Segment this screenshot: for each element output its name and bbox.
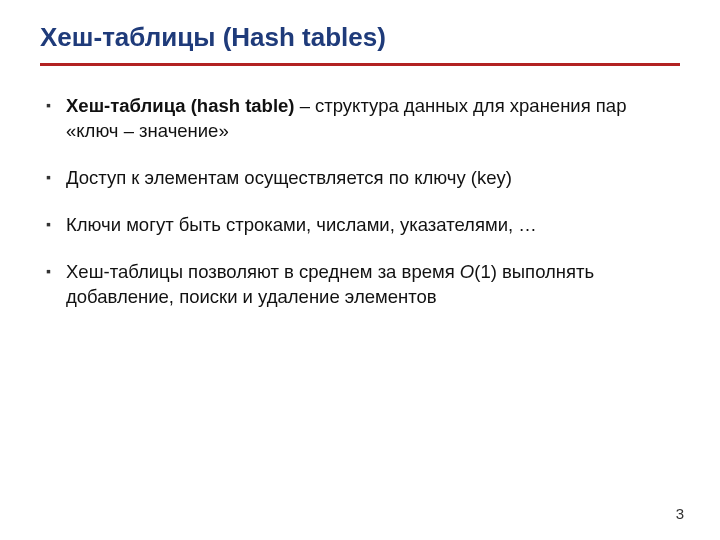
bullet-text: Доступ к элементам осуществляется по клю…: [66, 167, 512, 188]
bullet-italic: O: [460, 261, 474, 282]
page-number: 3: [676, 505, 684, 522]
list-item: Ключи могут быть строками, числами, указ…: [46, 213, 680, 238]
list-item: Хеш-таблицы позволяют в среднем за время…: [46, 260, 680, 310]
bullet-list: Хеш-таблица (hash table) – структура дан…: [40, 94, 680, 310]
slide-title: Хеш-таблицы (Hash tables): [40, 22, 680, 53]
bullet-bold: Хеш-таблица (hash table): [66, 95, 295, 116]
list-item: Хеш-таблица (hash table) – структура дан…: [46, 94, 680, 144]
list-item: Доступ к элементам осуществляется по клю…: [46, 166, 680, 191]
title-separator: [40, 63, 680, 66]
bullet-text: Ключи могут быть строками, числами, указ…: [66, 214, 537, 235]
bullet-pre: Хеш-таблицы позволяют в среднем за время: [66, 261, 460, 282]
